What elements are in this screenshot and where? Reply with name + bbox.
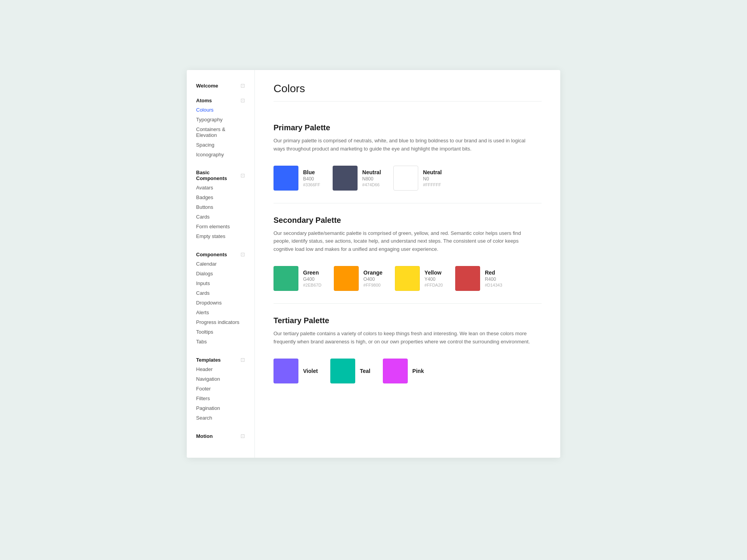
sidebar-item-form-elements[interactable]: Form elements: [187, 222, 254, 231]
primary-palette-description: Our primary palette is comprised of neut…: [274, 137, 538, 153]
swatch-hex-neutral-n800: #474D66: [362, 182, 381, 187]
swatch-info-blue: Blue B400 #3366FF: [303, 169, 320, 187]
swatch-code-green: G400: [303, 276, 321, 282]
app-container: Welcome ⊡ Atoms ⊡ Colours Typography Con…: [187, 70, 560, 458]
sidebar-item-inputs[interactable]: Inputs: [187, 278, 254, 288]
swatch-box-orange: [334, 266, 359, 291]
sidebar-item-containers-elevation[interactable]: Containers & Elevation: [187, 124, 254, 140]
swatch-green: Green G400 #2EB67D: [274, 266, 321, 291]
sidebar-item-alerts[interactable]: Alerts: [187, 308, 254, 317]
swatch-blue: Blue B400 #3366FF: [274, 166, 320, 191]
swatch-box-blue: [274, 166, 298, 191]
basic-components-bookmark-icon[interactable]: ⊡: [240, 172, 245, 178]
swatch-box-violet: [274, 359, 298, 383]
atoms-bookmark-icon[interactable]: ⊡: [240, 97, 245, 103]
swatch-orange: Orange O400 #FF9800: [334, 266, 382, 291]
swatch-box-teal: [330, 359, 355, 383]
templates-bookmark-icon[interactable]: ⊡: [240, 357, 245, 363]
sidebar-item-badges[interactable]: Badges: [187, 192, 254, 202]
sidebar-item-search[interactable]: Search: [187, 413, 254, 423]
basic-components-section-header: Basic Components ⊡: [187, 167, 254, 183]
swatch-code-orange: O400: [363, 276, 382, 282]
sidebar-item-progress-indicators[interactable]: Progress indicators: [187, 317, 254, 327]
sidebar-item-dialogs[interactable]: Dialogs: [187, 269, 254, 278]
swatch-info-red: Red R400 #D14343: [485, 270, 502, 287]
swatch-info-teal: Teal: [360, 368, 370, 374]
swatch-name-violet: Violet: [303, 368, 318, 374]
components-bookmark-icon[interactable]: ⊡: [240, 251, 245, 257]
swatch-name-blue: Blue: [303, 169, 320, 175]
swatch-name-red: Red: [485, 270, 502, 276]
tertiary-palette-section: Tertiary Palette Our tertiary palette co…: [274, 304, 542, 396]
swatch-name-neutral-n0: Neutral: [423, 169, 442, 175]
secondary-palette-description: Our secondary palette/semantic palette i…: [274, 229, 538, 254]
sidebar-item-avatars[interactable]: Avatars: [187, 183, 254, 192]
sidebar-section-motion: Motion ⊡: [187, 430, 254, 441]
secondary-palette-swatches: Green G400 #2EB67D Orange O400 #FF9800: [274, 266, 542, 291]
sidebar-item-dropdowns[interactable]: Dropdowns: [187, 298, 254, 308]
swatch-red: Red R400 #D14343: [455, 266, 502, 291]
sidebar-item-iconography[interactable]: Iconography: [187, 150, 254, 159]
sidebar: Welcome ⊡ Atoms ⊡ Colours Typography Con…: [187, 70, 255, 458]
swatch-name-orange: Orange: [363, 270, 382, 276]
templates-section-title: Templates: [196, 357, 221, 363]
sidebar-section-templates: Templates ⊡ Header Navigation Footer Fil…: [187, 354, 254, 423]
swatch-name-neutral-n800: Neutral: [362, 169, 381, 175]
swatch-neutral-n0: Neutral N0 #FFFFFF: [393, 166, 442, 191]
motion-section-header: Motion ⊡: [187, 430, 254, 441]
swatch-code-red: R400: [485, 276, 502, 282]
swatch-hex-neutral-n0: #FFFFFF: [423, 182, 442, 187]
swatch-hex-blue: #3366FF: [303, 182, 320, 187]
primary-palette-title: Primary Palette: [274, 123, 542, 132]
sidebar-item-cards2[interactable]: Cards: [187, 288, 254, 298]
sidebar-item-empty-states[interactable]: Empty states: [187, 231, 254, 241]
templates-section-header: Templates ⊡: [187, 354, 254, 364]
sidebar-item-calendar[interactable]: Calendar: [187, 259, 254, 269]
sidebar-section-atoms: Atoms ⊡ Colours Typography Containers & …: [187, 95, 254, 159]
swatch-name-green: Green: [303, 270, 321, 276]
swatch-box-green: [274, 266, 298, 291]
sidebar-item-buttons[interactable]: Buttons: [187, 202, 254, 212]
page-title: Colors: [274, 82, 542, 102]
sidebar-item-header[interactable]: Header: [187, 364, 254, 374]
welcome-label[interactable]: Welcome: [196, 83, 218, 89]
swatch-hex-yellow: #FFDA20: [424, 283, 443, 287]
swatch-hex-red: #D14343: [485, 283, 502, 287]
atoms-section-header: Atoms ⊡: [187, 95, 254, 105]
sidebar-item-cards[interactable]: Cards: [187, 212, 254, 222]
sidebar-item-tabs[interactable]: Tabs: [187, 337, 254, 346]
sidebar-item-navigation[interactable]: Navigation: [187, 374, 254, 384]
welcome-bookmark-icon[interactable]: ⊡: [240, 82, 245, 89]
main-content: Colors Primary Palette Our primary palet…: [255, 70, 560, 458]
sidebar-item-colours[interactable]: Colours: [187, 105, 254, 115]
sidebar-section-basic-components: Basic Components ⊡ Avatars Badges Button…: [187, 167, 254, 241]
swatch-code-yellow: Y400: [424, 276, 443, 282]
sidebar-item-footer[interactable]: Footer: [187, 384, 254, 394]
swatch-info-yellow: Yellow Y400 #FFDA20: [424, 270, 443, 287]
swatch-info-violet: Violet: [303, 368, 318, 374]
sidebar-item-typography[interactable]: Typography: [187, 115, 254, 124]
sidebar-item-tooltips[interactable]: Tooltips: [187, 327, 254, 337]
components-section-title: Components: [196, 252, 227, 257]
swatch-neutral-n800: Neutral N800 #474D66: [333, 166, 381, 191]
swatch-name-pink: Pink: [412, 368, 424, 374]
primary-palette-swatches: Blue B400 #3366FF Neutral N800 #474D66: [274, 166, 542, 191]
motion-bookmark-icon[interactable]: ⊡: [240, 433, 245, 439]
tertiary-palette-description: Our tertiary palette contains a variety …: [274, 330, 538, 346]
swatch-yellow: Yellow Y400 #FFDA20: [395, 266, 443, 291]
atoms-section-title: Atoms: [196, 98, 212, 103]
swatch-code-neutral-n0: N0: [423, 176, 442, 182]
swatch-hex-orange: #FF9800: [363, 283, 382, 287]
sidebar-item-pagination[interactable]: Pagination: [187, 403, 254, 413]
basic-components-section-title: Basic Components: [196, 170, 240, 181]
swatch-code-neutral-n800: N800: [362, 176, 381, 182]
sidebar-item-spacing[interactable]: Spacing: [187, 140, 254, 150]
swatch-info-neutral-n800: Neutral N800 #474D66: [362, 169, 381, 187]
components-section-header: Components ⊡: [187, 249, 254, 259]
secondary-palette-title: Secondary Palette: [274, 216, 542, 225]
swatch-name-yellow: Yellow: [424, 270, 443, 276]
sidebar-item-filters[interactable]: Filters: [187, 394, 254, 403]
swatch-name-teal: Teal: [360, 368, 370, 374]
tertiary-palette-swatches: Violet Teal Pink: [274, 359, 542, 383]
swatch-info-neutral-n0: Neutral N0 #FFFFFF: [423, 169, 442, 187]
